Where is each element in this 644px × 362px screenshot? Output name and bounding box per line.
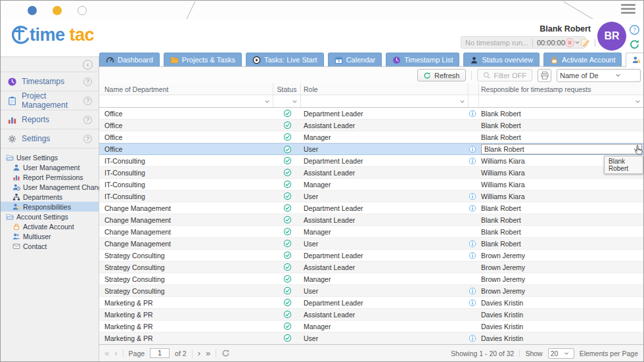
table-row[interactable]: OfficeAssistant LeaderBlank Robert (99, 120, 643, 131)
table-row[interactable]: Strategy ConsultingUserBrown Jeremy (99, 285, 643, 297)
table-row[interactable]: OfficeDepartment LeaderBlank Robert (99, 108, 643, 120)
filter-off-button[interactable]: Filter OFF (477, 69, 533, 81)
table-row[interactable]: OfficeManagerBlank Robert (99, 131, 643, 143)
tab-status-overview[interactable]: Status overview (463, 53, 540, 66)
cell-info[interactable] (469, 202, 479, 214)
responsible-combobox[interactable]: Blank Robert (481, 144, 642, 154)
sidebar-tree-item-contact[interactable]: Contact (1, 241, 99, 251)
prev-page-button[interactable]: ‹ (114, 349, 117, 357)
table-row[interactable]: Strategy ConsultingManagerBrown Jeremy (99, 273, 643, 285)
cell-info[interactable] (469, 250, 479, 261)
departments-icon (12, 193, 20, 201)
sidebar-tree-item-multiuser[interactable]: Multiuser (1, 231, 99, 241)
chevron-down-icon[interactable] (634, 98, 641, 105)
check-circle-icon (283, 168, 292, 177)
column-header-department[interactable]: Name of Department (99, 83, 273, 95)
cell-status (273, 273, 301, 284)
printer-icon (540, 71, 549, 80)
sidebar-tree-item-activate-account[interactable]: Activate Account (1, 221, 99, 231)
chevron-down-icon[interactable] (459, 98, 466, 105)
tab-projects-tasks[interactable]: Projects & Tasks (164, 53, 242, 66)
table-row[interactable]: Marketing & PRAssistant LeaderDavies Kri… (99, 309, 643, 321)
cell-responsible: Davies Kristin (479, 297, 643, 308)
table-row[interactable]: OfficeUserBlank Robert (99, 143, 643, 155)
column-header-status[interactable]: Status (273, 83, 301, 95)
help-icon[interactable]: ? (83, 78, 92, 86)
cell-info[interactable] (469, 108, 479, 119)
user-name: Blank Robert (540, 24, 591, 34)
table-row[interactable]: IT-ConsultingDepartment LeaderWilliams K… (99, 155, 643, 167)
refresh-button[interactable]: Refresh (417, 69, 466, 81)
table-row[interactable]: IT-ConsultingManagerWilliams Kiara (99, 179, 643, 191)
sidebar-tree-item-user-settings[interactable]: User Settings (1, 152, 99, 162)
sidebar-tree-item-report-permissions[interactable]: Report Permissions (1, 172, 99, 182)
sidebar-item-timestamps[interactable]: Timestamps? (1, 72, 99, 91)
page-size-select[interactable]: 20 (548, 348, 574, 359)
sidebar-item-settings[interactable]: Settings? (1, 129, 99, 148)
column-header-responsible[interactable]: Responsible for timestamp requests (479, 83, 643, 95)
table-row[interactable]: Strategy ConsultingDepartment LeaderBrow… (99, 250, 643, 261)
page-of-label: of 2 (175, 350, 187, 357)
cell-info[interactable] (469, 285, 479, 296)
table-row[interactable]: Marketing & PRUserDavies Kristin (99, 332, 643, 344)
filter-responsible[interactable] (479, 95, 643, 107)
sidebar-tree-item-user-management[interactable]: User Management (1, 162, 99, 172)
cell-department: Marketing & PR (99, 297, 273, 308)
chevron-down-icon[interactable] (291, 98, 298, 105)
cell-info[interactable] (469, 191, 479, 202)
table-row[interactable]: Marketing & PRManagerDavies Kristin (99, 321, 643, 332)
table-row[interactable]: Change ManagementAssistant LeaderBlank R… (99, 214, 643, 226)
next-page-button[interactable]: › (198, 349, 200, 357)
tab-dashboard[interactable]: Dashboard (99, 53, 160, 66)
tab-activate-account[interactable]: Activate Account (543, 53, 622, 66)
chevron-down-icon[interactable] (264, 98, 271, 105)
table-row[interactable]: IT-ConsultingAssistant LeaderWilliams Ki… (99, 167, 643, 179)
tab-responsibilities[interactable]: Responsibilities× (626, 53, 644, 67)
sidebar-tree-item-departments[interactable]: Departments (1, 192, 99, 202)
filter-department[interactable] (99, 95, 273, 107)
chevron-left-icon[interactable]: ‹ (83, 60, 93, 70)
print-button[interactable] (538, 69, 551, 82)
sidebar-tree-item-account-settings[interactable]: Account Settings (1, 212, 99, 221)
column-select[interactable]: Name of Department, Statu (557, 69, 641, 82)
help-icon[interactable]: ? (83, 135, 92, 143)
refresh-icon[interactable] (629, 39, 640, 50)
check-circle-icon (283, 156, 292, 165)
first-page-button[interactable]: « (104, 349, 109, 357)
tab-bar: DashboardProjects & TasksTasks: Live Sta… (99, 53, 643, 66)
cell-status (273, 285, 301, 296)
table-row[interactable]: Change ManagementManagerBlank Robert (99, 226, 643, 238)
sidebar-tree-item-responsibilities[interactable]: Responsibilities (1, 202, 99, 212)
filter-status[interactable] (273, 95, 301, 107)
help-icon[interactable]: ? (83, 116, 92, 124)
refresh-icon[interactable] (221, 349, 230, 357)
cell-info[interactable] (469, 332, 479, 344)
help-icon[interactable]: ? (83, 97, 92, 105)
avatar[interactable]: BR (597, 22, 626, 51)
table-row[interactable]: Change ManagementUserBlank Robert (99, 238, 643, 250)
cell-info[interactable] (469, 297, 479, 308)
tab-tasks-live-start[interactable]: Tasks: Live Start (246, 53, 324, 66)
table-row[interactable]: Change ManagementDepartment LeaderBlank … (99, 202, 643, 214)
sidebar-item-project-management[interactable]: Project Management? (1, 91, 99, 110)
sidebar-tree-item-user-management-changelog[interactable]: User Management Changelog (1, 182, 99, 192)
show-label: Show (525, 350, 542, 357)
page-input[interactable]: 1 (150, 348, 170, 358)
tab-label: Activate Account (562, 56, 615, 64)
cell-info[interactable] (469, 238, 479, 249)
hamburger-icon[interactable] (621, 4, 635, 16)
tab-timestamp-list[interactable]: Timestamp List (386, 53, 459, 66)
cell-info[interactable] (469, 144, 479, 154)
column-header-role[interactable]: Role (301, 83, 469, 95)
tab-calendar[interactable]: 3Calendar (328, 53, 382, 66)
table-row[interactable]: Strategy ConsultingAssistant LeaderBrown… (99, 261, 643, 273)
cell-info[interactable] (469, 155, 479, 166)
filter-role[interactable] (301, 95, 469, 107)
cell-role: Department Leader (301, 250, 469, 261)
sidebar-item-reports[interactable]: Reports? (1, 110, 99, 129)
last-page-button[interactable]: » (206, 349, 210, 357)
cell-department: IT-Consulting (99, 155, 273, 166)
table-row[interactable]: Marketing & PRDepartment LeaderDavies Kr… (99, 297, 643, 309)
help-icon[interactable]: ? (629, 24, 640, 35)
table-row[interactable]: IT-ConsultingUserWilliams Kiara (99, 191, 643, 202)
